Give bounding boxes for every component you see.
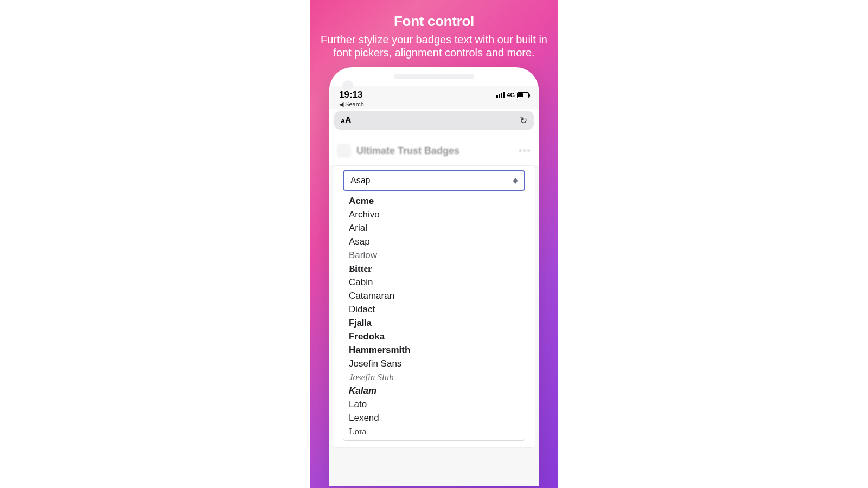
back-search-breadcrumb[interactable]: ◀ Search: [339, 101, 364, 108]
phone-camera-dot: [342, 80, 353, 91]
font-option[interactable]: Lora: [343, 425, 525, 438]
phone-speaker-pill: [394, 74, 474, 79]
font-option[interactable]: Catamaran: [343, 289, 525, 303]
font-option[interactable]: Lexend: [343, 411, 525, 425]
font-option[interactable]: Asap: [343, 235, 525, 248]
phone-speaker-row: [329, 67, 539, 86]
font-picker-card: Asap AcmeArchivoArialAsapBarlowBitterCab…: [333, 165, 535, 448]
status-right: 4G: [496, 92, 529, 98]
font-option[interactable]: Josefin Sans: [343, 357, 525, 370]
font-select[interactable]: Asap: [343, 170, 525, 191]
font-option[interactable]: Bitter: [343, 262, 525, 275]
app-menu-icon[interactable]: •••: [519, 146, 531, 156]
font-option[interactable]: Hammersmith: [343, 343, 525, 357]
browser-url-bar[interactable]: AA ↻: [334, 111, 534, 130]
font-option[interactable]: Josefin Slab: [343, 370, 525, 384]
promo-card: Font control Further stylize your badges…: [310, 0, 558, 488]
font-option[interactable]: Acme: [343, 194, 525, 208]
phone-mockup: 19:13 ◀ Search 4G AA ↻ Ultimate Trust Ba…: [329, 67, 539, 486]
font-option[interactable]: Didact: [343, 303, 525, 316]
promo-title: Font control: [316, 13, 552, 30]
app-logo-icon: [337, 144, 351, 158]
secondary-card-letter: E: [343, 464, 351, 477]
font-select-value: Asap: [350, 176, 370, 185]
app-title: Ultimate Trust Badges: [356, 145, 459, 157]
font-options-list[interactable]: AcmeArchivoArialAsapBarlowBitterCabinCat…: [343, 192, 525, 441]
font-option[interactable]: Kalam: [343, 384, 525, 397]
battery-icon: [517, 92, 529, 98]
font-option[interactable]: Arial: [343, 221, 525, 235]
status-bar: 19:13 ◀ Search 4G: [329, 86, 539, 109]
font-option[interactable]: Fredoka: [343, 330, 525, 343]
status-left: 19:13 ◀ Search: [339, 89, 364, 108]
font-option[interactable]: Lato: [343, 397, 525, 411]
font-option[interactable]: Fjalla: [343, 316, 525, 330]
reload-icon[interactable]: ↻: [520, 115, 527, 126]
app-header: Ultimate Trust Badges •••: [329, 138, 539, 163]
secondary-card: E: [333, 455, 535, 486]
font-size-aa-icon[interactable]: AA: [341, 115, 352, 125]
promo-subtitle: Further stylize your badges text with ou…: [316, 33, 552, 59]
font-option[interactable]: Archivo: [343, 208, 525, 221]
font-option[interactable]: Cabin: [343, 275, 525, 289]
promo-header: Font control Further stylize your badges…: [310, 0, 558, 67]
font-option[interactable]: Barlow: [343, 248, 525, 262]
network-label: 4G: [507, 92, 515, 98]
status-time: 19:13: [339, 89, 362, 100]
signal-bars-icon: [496, 92, 505, 98]
content-area: Asap AcmeArchivoArialAsapBarlowBitterCab…: [329, 165, 539, 486]
select-arrows-icon: [513, 178, 518, 184]
